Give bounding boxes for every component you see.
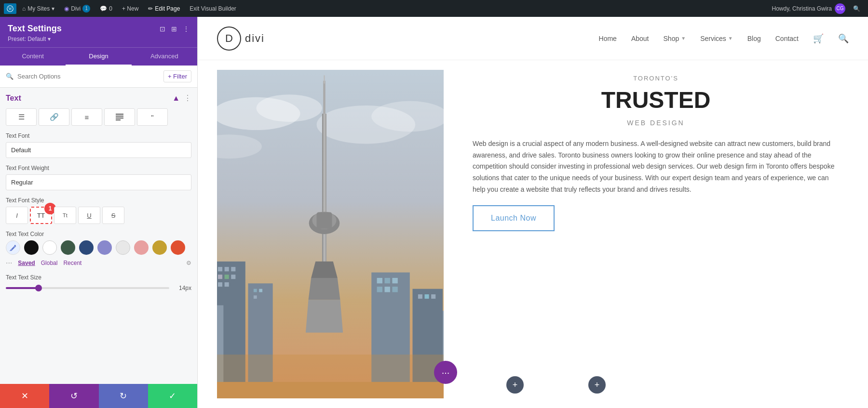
color-swatch-dark-green[interactable] bbox=[61, 240, 75, 255]
svg-rect-27 bbox=[225, 275, 229, 279]
preview-area: D divi Home About Shop ▼ Services ▼ Blog… bbox=[198, 17, 868, 408]
nav-contact[interactable]: Contact bbox=[775, 35, 799, 42]
align-list-btn[interactable]: ≡ bbox=[71, 108, 102, 126]
text-font-select[interactable]: Default bbox=[6, 142, 191, 158]
cart-icon[interactable]: 🛒 bbox=[813, 33, 824, 44]
nav-blog[interactable]: Blog bbox=[747, 35, 761, 42]
floating-options-button[interactable]: ··· bbox=[434, 361, 457, 384]
site-logo[interactable]: D divi bbox=[217, 26, 265, 51]
preset-label: Preset: Default ▾ bbox=[8, 36, 190, 42]
panel-more-icon[interactable]: ⋮ bbox=[183, 25, 190, 33]
redo-button[interactable]: ↻ bbox=[99, 384, 148, 408]
svg-rect-42 bbox=[392, 287, 397, 292]
global-colors-btn[interactable]: Global bbox=[41, 260, 58, 266]
svg-rect-39 bbox=[392, 278, 397, 283]
site-nav: D divi Home About Shop ▼ Services ▼ Blog… bbox=[198, 17, 868, 60]
color-meta-dots[interactable]: ··· bbox=[6, 259, 12, 267]
color-swatch-dark-blue[interactable] bbox=[79, 240, 94, 255]
site-main-heading: TRUSTED bbox=[473, 88, 839, 113]
svg-rect-34 bbox=[254, 295, 257, 299]
color-swatch-black[interactable] bbox=[24, 240, 39, 255]
svg-rect-3 bbox=[116, 116, 123, 117]
text-font-style-label: Text Font Style bbox=[6, 197, 191, 204]
text-color-row: Text Text Color bbox=[6, 231, 191, 267]
color-picker-btn[interactable] bbox=[6, 240, 20, 255]
comments-menu[interactable]: 💬 0 bbox=[96, 3, 116, 14]
search-input[interactable] bbox=[17, 73, 160, 80]
edit-page-link[interactable]: ✏ Edit Page bbox=[144, 3, 184, 14]
add-module-btn-2[interactable]: + bbox=[588, 376, 606, 394]
tab-advanced[interactable]: Advanced bbox=[132, 48, 197, 66]
tab-content[interactable]: Content bbox=[0, 48, 66, 66]
section-options-icon[interactable]: ⋮ bbox=[184, 93, 191, 103]
color-swatch-red-orange[interactable] bbox=[171, 240, 185, 255]
undo-button[interactable]: ↺ bbox=[49, 384, 98, 408]
text-size-value: 14px bbox=[174, 285, 191, 291]
uppercase-btn[interactable]: TT 1 bbox=[30, 207, 52, 224]
color-swatch-light-gray[interactable] bbox=[116, 240, 130, 255]
text-section-title[interactable]: Text bbox=[6, 94, 21, 103]
svg-rect-4 bbox=[116, 118, 123, 118]
tabs-row: Content Design Advanced bbox=[0, 47, 197, 66]
svg-point-6 bbox=[14, 245, 16, 246]
save-button[interactable]: ✓ bbox=[148, 384, 197, 408]
svg-rect-28 bbox=[231, 275, 235, 279]
services-chevron-icon: ▼ bbox=[728, 36, 733, 41]
color-swatch-light-pink[interactable] bbox=[134, 240, 149, 255]
panel-window-icon[interactable]: ⊡ bbox=[160, 25, 165, 33]
site-eyebrow: TORONTO'S bbox=[473, 75, 839, 82]
svg-marker-19 bbox=[306, 300, 343, 332]
color-swatch-white[interactable] bbox=[42, 240, 57, 255]
strikethrough-btn[interactable]: S bbox=[102, 207, 124, 224]
color-swatch-gold[interactable] bbox=[152, 240, 167, 255]
svg-text:W: W bbox=[9, 6, 13, 11]
svg-rect-46 bbox=[431, 294, 435, 299]
exit-builder-link[interactable]: Exit Visual Builder bbox=[186, 3, 240, 14]
underline-btn[interactable]: U bbox=[78, 207, 100, 224]
align-link-btn[interactable]: 🔗 bbox=[39, 108, 69, 126]
new-content-menu[interactable]: + New bbox=[118, 3, 142, 14]
nav-about[interactable]: About bbox=[631, 35, 649, 42]
slider-thumb[interactable] bbox=[35, 285, 42, 291]
align-justify-btn[interactable] bbox=[104, 108, 135, 126]
section-collapse-icon[interactable]: ▲ bbox=[172, 94, 180, 103]
cancel-button[interactable]: ✕ bbox=[0, 384, 49, 408]
saved-colors-btn[interactable]: Saved bbox=[18, 260, 35, 266]
text-font-weight-row: Text Font Weight Regular bbox=[6, 165, 191, 190]
color-swatch-lavender[interactable] bbox=[97, 240, 112, 255]
svg-rect-23 bbox=[218, 267, 222, 271]
nav-home[interactable]: Home bbox=[599, 35, 617, 42]
nav-services[interactable]: Services ▼ bbox=[700, 35, 733, 42]
admin-search[interactable]: 🔍 bbox=[849, 3, 864, 14]
main-layout: Text Settings ⊡ ⊞ ⋮ Preset: Default ▾ Co… bbox=[0, 17, 868, 408]
section-controls: ▲ ⋮ bbox=[172, 93, 191, 103]
my-sites-menu[interactable]: ⌂ My Sites ▾ bbox=[18, 3, 58, 14]
user-greeting: Howdy, Christina Gwira CG bbox=[772, 3, 845, 14]
text-font-weight-select[interactable]: Regular bbox=[6, 174, 191, 190]
capitalize-btn[interactable]: Tt bbox=[54, 207, 76, 224]
filter-button[interactable]: + Filter bbox=[163, 70, 191, 82]
color-settings-icon[interactable]: ⚙ bbox=[186, 260, 191, 266]
color-swatches-row bbox=[6, 240, 191, 255]
tab-design[interactable]: Design bbox=[66, 48, 131, 66]
add-module-btn-1[interactable]: + bbox=[506, 376, 524, 394]
wp-logo[interactable]: W bbox=[4, 3, 16, 14]
text-color-label: Text Text Color bbox=[6, 231, 191, 237]
align-quote-btn[interactable]: " bbox=[137, 108, 168, 126]
panel-columns-icon[interactable]: ⊞ bbox=[171, 25, 177, 33]
text-size-row: Text Text Size 14px bbox=[6, 274, 191, 291]
svg-rect-32 bbox=[254, 289, 257, 292]
svg-rect-21 bbox=[324, 75, 325, 83]
site-search-icon[interactable]: 🔍 bbox=[838, 33, 849, 44]
launch-now-button[interactable]: Launch Now bbox=[473, 205, 555, 231]
text-font-weight-label: Text Font Weight bbox=[6, 165, 191, 171]
italic-btn[interactable]: I bbox=[6, 207, 28, 224]
divi-menu[interactable]: ◉ Divi 1 bbox=[60, 3, 94, 14]
align-left-btn[interactable]: ☰ bbox=[6, 108, 37, 126]
svg-rect-41 bbox=[385, 287, 390, 292]
recent-colors-btn[interactable]: Recent bbox=[63, 260, 81, 266]
panel-title: Text Settings bbox=[8, 24, 62, 34]
nav-shop[interactable]: Shop ▼ bbox=[664, 35, 686, 42]
text-size-slider[interactable] bbox=[6, 287, 169, 289]
svg-rect-5 bbox=[116, 119, 121, 120]
